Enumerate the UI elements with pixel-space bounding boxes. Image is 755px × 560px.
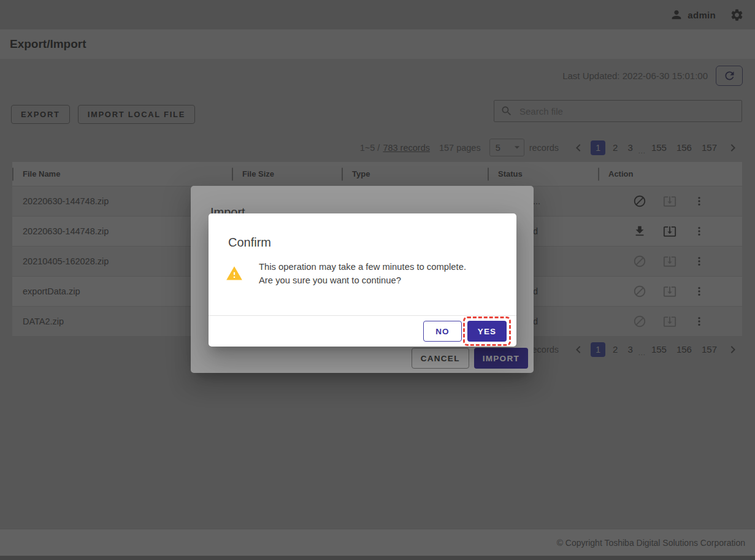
app-root: admin Export/Import Last Updated: 2022-0… [0,0,755,560]
yes-button-highlight: YES [463,316,511,346]
confirm-dialog-actions: NO YES [209,315,516,347]
confirm-message: This operation may take a few minutes to… [259,260,466,287]
warning-triangle-icon [226,265,243,282]
confirm-message-line1: This operation may take a few minutes to… [259,260,466,274]
confirm-dialog-title: Confirm [228,236,271,250]
no-button[interactable]: NO [423,321,462,342]
confirm-dialog: Confirm This operation may take a few mi… [209,213,516,347]
yes-button[interactable]: YES [467,321,507,342]
confirm-message-line2: Are you sure you want to continue? [259,274,466,287]
confirm-dialog-body: This operation may take a few minutes to… [226,260,466,287]
